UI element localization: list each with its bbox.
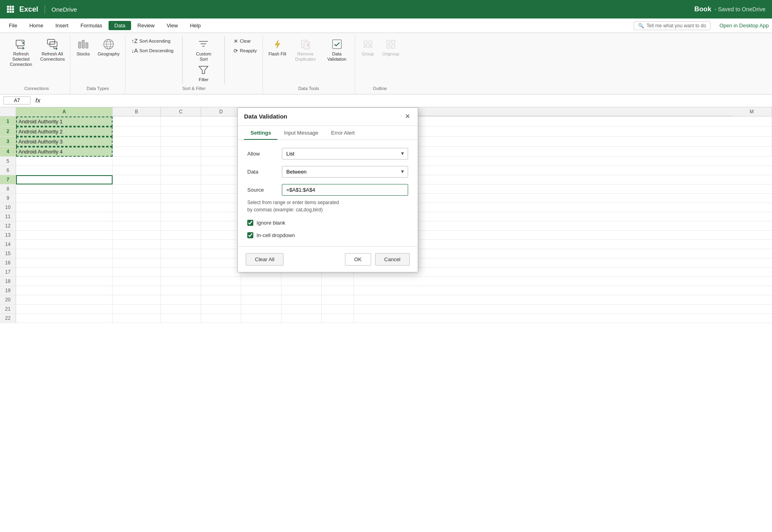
tab-input-message[interactable]: Input Message — [277, 126, 324, 140]
cell-a4[interactable]: Android Authority 4 — [16, 147, 113, 157]
ok-button[interactable]: OK — [345, 253, 371, 266]
source-input[interactable] — [282, 184, 408, 196]
sort-descending-btn[interactable]: ↓A Sort Descending — [129, 46, 176, 55]
stocks-label: Stocks — [76, 51, 90, 57]
geography-btn[interactable]: Geography — [95, 36, 122, 58]
col-header-b[interactable]: B — [113, 107, 161, 116]
cell-b3[interactable] — [113, 137, 161, 147]
menu-file[interactable]: File — [3, 21, 23, 30]
cell-d2[interactable] — [201, 127, 241, 137]
menu-review[interactable]: Review — [132, 21, 160, 30]
ungroup-icon — [384, 38, 397, 51]
filter-btn[interactable]: Filter — [192, 62, 215, 84]
col-header-d[interactable]: D — [201, 107, 241, 116]
sort-descending-label: Sort Descending — [139, 48, 173, 53]
row-num-3[interactable]: 3 — [0, 137, 16, 147]
cell-d1[interactable] — [201, 117, 241, 127]
menu-view[interactable]: View — [161, 21, 183, 30]
col-header-m[interactable]: M — [732, 107, 772, 116]
row-num-5[interactable]: 5 — [0, 157, 16, 166]
name-box[interactable] — [3, 96, 31, 104]
cell-a3[interactable]: Android Authority 3 — [16, 137, 113, 147]
cell-d4[interactable] — [201, 147, 241, 157]
cell-a7[interactable] — [16, 175, 113, 184]
remove-duplicates-label: Remove Duplicates — [294, 51, 318, 62]
cell-a1[interactable]: Android Authority 1 — [16, 117, 113, 127]
cell-a6[interactable] — [16, 166, 113, 175]
tell-me-input[interactable]: 🔍 Tell me what you want to do — [634, 21, 710, 30]
menu-data[interactable]: Data — [109, 21, 131, 30]
cell-c2[interactable] — [161, 127, 201, 137]
app-grid-icon[interactable] — [6, 5, 14, 13]
title-bar: Excel OneDrive Book - Saved to OneDrive — [0, 0, 772, 18]
col-header-a[interactable]: A — [16, 107, 113, 116]
cell-a2[interactable]: Android Authority 2 — [16, 127, 113, 137]
stocks-btn[interactable]: Stocks — [74, 36, 93, 58]
cell-c3[interactable] — [161, 137, 201, 147]
menu-insert[interactable]: Insert — [50, 21, 74, 30]
menu-home[interactable]: Home — [24, 21, 49, 30]
cell-a5[interactable] — [16, 157, 113, 166]
row-num-9[interactable]: 9 — [0, 194, 16, 203]
dialog-close-button[interactable]: ✕ — [402, 112, 412, 121]
clear-reapply-col: ✕ Clear ⟳ Reapply — [231, 36, 259, 55]
row-num-7[interactable]: 7 — [0, 175, 16, 184]
row-num-1[interactable]: 1 — [0, 117, 16, 127]
filter-col: Custom Sort Filter — [189, 36, 218, 84]
refresh-selected-btn[interactable]: Refresh Selected Connection — [6, 36, 35, 69]
clear-all-button[interactable]: Clear All — [246, 253, 283, 266]
refresh-all-label: Refresh All Connections — [40, 51, 64, 62]
ribbon-group-outline: Group Ungroup Outline — [355, 35, 405, 94]
ignore-blank-label[interactable]: Ignore blank — [257, 220, 285, 226]
ribbon: Refresh Selected Connection Refresh All … — [0, 33, 772, 94]
group-btn[interactable]: Group — [358, 36, 378, 58]
data-select[interactable]: Between — [282, 166, 408, 178]
cell-b1[interactable] — [113, 117, 161, 127]
formula-input[interactable] — [43, 98, 769, 104]
cell-b4[interactable] — [113, 147, 161, 157]
row-num-4[interactable]: 4 — [0, 147, 16, 157]
row-num-2[interactable]: 2 — [0, 127, 16, 137]
data-validation-btn[interactable]: Data Validation — [322, 36, 351, 63]
data-validation-dialog[interactable]: Data Validation ✕ Settings Input Message… — [237, 107, 418, 272]
group-label: Group — [361, 51, 374, 57]
menu-help[interactable]: Help — [184, 21, 206, 30]
clear-btn[interactable]: ✕ Clear — [231, 36, 259, 46]
svg-rect-7 — [10, 11, 12, 13]
cell-d3[interactable] — [201, 137, 241, 147]
data-validation-label: Data Validation — [325, 51, 349, 62]
svg-rect-1 — [10, 6, 12, 8]
svg-rect-3 — [7, 8, 9, 10]
onedrive-label: OneDrive — [51, 6, 77, 13]
ungroup-btn[interactable]: Ungroup — [380, 36, 402, 58]
remove-duplicates-btn[interactable]: Remove Duplicates — [291, 36, 320, 63]
custom-sort-btn[interactable]: Custom Sort — [189, 36, 218, 63]
svg-rect-0 — [7, 6, 9, 8]
ribbon-group-sort-filter: ↑Z Sort Ascending ↓A Sort Descending — [125, 35, 263, 94]
refresh-all-btn[interactable]: Refresh All Connections — [38, 36, 67, 63]
in-cell-dropdown-label[interactable]: In-cell dropdown — [257, 232, 295, 238]
data-validation-icon — [331, 38, 343, 51]
allow-select[interactable]: List — [282, 148, 408, 160]
in-cell-dropdown-checkbox[interactable] — [247, 232, 253, 238]
row-num-8[interactable]: 8 — [0, 184, 16, 194]
tab-error-alert[interactable]: Error Alert — [325, 126, 361, 140]
sort-ascending-btn[interactable]: ↑Z Sort Ascending — [129, 36, 176, 46]
tab-settings[interactable]: Settings — [244, 126, 277, 140]
reapply-btn[interactable]: ⟳ Reapply — [231, 46, 259, 55]
cancel-button[interactable]: Cancel — [375, 253, 410, 266]
cell-b2[interactable] — [113, 127, 161, 137]
svg-rect-37 — [387, 45, 390, 48]
col-header-c[interactable]: C — [161, 107, 201, 116]
open-desktop-link[interactable]: Open in Desktop App — [719, 23, 769, 29]
ignore-blank-checkbox[interactable] — [247, 220, 253, 226]
cell-c4[interactable] — [161, 147, 201, 157]
menu-formulas[interactable]: Formulas — [75, 21, 108, 30]
svg-rect-9 — [16, 40, 24, 46]
row-num-6[interactable]: 6 — [0, 166, 16, 175]
cell-c1[interactable] — [161, 117, 201, 127]
svg-rect-29 — [364, 41, 367, 44]
svg-rect-2 — [12, 6, 14, 8]
flash-fill-btn[interactable]: Flash Fill — [266, 36, 289, 58]
source-label: Source — [247, 187, 275, 193]
